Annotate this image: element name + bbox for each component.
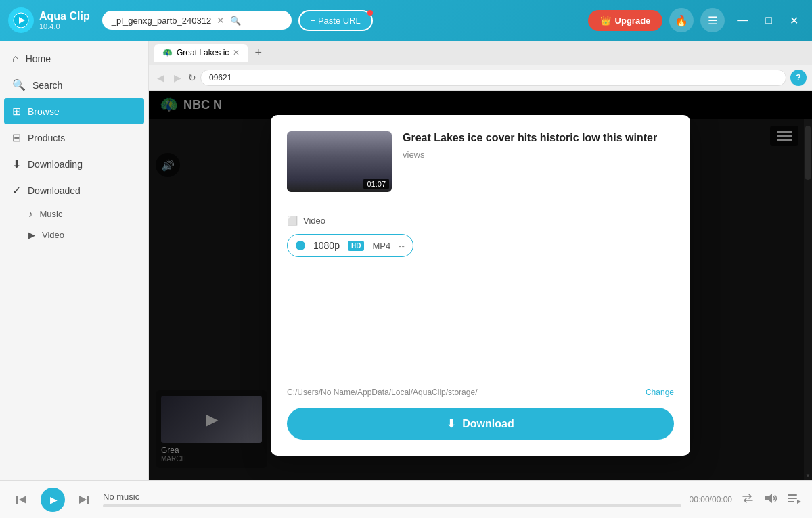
products-icon: ⊟: [12, 131, 21, 144]
svg-rect-9: [788, 501, 794, 502]
change-path-button[interactable]: Change: [646, 387, 674, 397]
svg-rect-7: [788, 494, 797, 496]
sidebar-video-label: Video: [42, 230, 64, 240]
section-label: ⬜ Video: [287, 216, 674, 226]
logo-area: Aqua Clip 10.4.0: [8, 7, 90, 33]
help-button[interactable]: ?: [790, 70, 807, 86]
crown-icon: 👑: [600, 16, 611, 26]
menu-button[interactable]: ☰: [700, 8, 725, 32]
upgrade-label: Upgrade: [615, 16, 651, 26]
sidebar-sub-item-video[interactable]: ▶ Video: [0, 225, 148, 245]
track-name: No music: [103, 492, 681, 502]
sidebar-item-downloading[interactable]: ⬇ Downloading: [0, 151, 148, 177]
app-logo-text: Aqua Clip 10.4.0: [39, 10, 90, 30]
svg-marker-5: [79, 496, 87, 504]
player-progress-bar[interactable]: [103, 504, 681, 507]
section-label-text: Video: [303, 216, 325, 226]
downloaded-icon: ✓: [12, 184, 21, 197]
storage-path-row: C:/Users/No Name/AppData/Local/AquaClip/…: [287, 379, 674, 408]
sidebar-sub-item-music[interactable]: ♪ Music: [0, 204, 148, 225]
app-header: Aqua Clip 10.4.0 _pl_genxg_partb_240312 …: [0, 0, 812, 41]
svg-rect-8: [788, 498, 797, 499]
clear-url-button[interactable]: ✕: [217, 15, 225, 26]
video-icon: ▶: [28, 230, 35, 240]
browse-icon: ⊞: [12, 105, 21, 118]
reload-button[interactable]: ↻: [188, 72, 196, 83]
playlist-button[interactable]: [786, 491, 801, 509]
url-text: _pl_genxg_partb_240312: [112, 16, 211, 26]
video-meta: Great Lakes ice cover hits historic low …: [403, 131, 674, 192]
download-label: Download: [462, 418, 514, 430]
minimize-button[interactable]: —: [731, 11, 753, 29]
modal-overlay[interactable]: 01:07 Great Lakes ice cover hits histori…: [149, 91, 812, 480]
home-icon: ⌂: [12, 53, 19, 65]
maximize-button[interactable]: □: [760, 11, 777, 29]
tab-label: Great Lakes ic: [177, 48, 229, 57]
tab-favicon-peacock: 🦚: [162, 48, 173, 57]
quality-radio: [296, 241, 305, 250]
browser-area: 🦚 Great Lakes ic ✕ + ◀ ▶ ↻ ? 🦚 NBC N: [149, 41, 812, 480]
video-section-icon: ⬜: [287, 216, 298, 226]
next-track-button[interactable]: [73, 489, 95, 511]
app-name: Aqua Clip: [39, 10, 90, 22]
sidebar-item-home[interactable]: ⌂ Home: [0, 46, 148, 72]
search-icon: 🔍: [12, 78, 26, 91]
close-button[interactable]: ✕: [784, 11, 804, 30]
sidebar-browse-label: Browse: [28, 106, 60, 117]
downloading-icon: ⬇: [12, 158, 21, 170]
quality-format: MP4: [372, 241, 390, 251]
paste-url-label: + Paste URL: [311, 16, 361, 26]
player-track-info: No music: [103, 492, 681, 507]
notification-dot: [367, 10, 373, 16]
hamburger-icon: ☰: [708, 14, 717, 27]
quality-selector[interactable]: 1080p HD MP4 --: [287, 234, 413, 257]
address-bar-input[interactable]: [200, 70, 786, 86]
video-views: views: [403, 149, 674, 160]
paste-url-button[interactable]: + Paste URL: [298, 10, 373, 31]
music-icon: ♪: [28, 209, 33, 219]
sidebar-downloading-label: Downloading: [28, 159, 83, 170]
download-icon: ⬇: [447, 417, 455, 430]
quality-size: --: [399, 241, 405, 251]
download-modal: 01:07 Great Lakes ice cover hits histori…: [271, 115, 690, 456]
tab-add-button[interactable]: +: [250, 46, 266, 60]
video-duration: 01:07: [363, 179, 389, 189]
play-button[interactable]: ▶: [41, 488, 65, 512]
quality-label: 1080p: [313, 240, 340, 251]
tab-close-button[interactable]: ✕: [233, 48, 240, 57]
url-bar[interactable]: _pl_genxg_partb_240312 ✕ 🔍: [102, 11, 292, 30]
sidebar-search-label: Search: [32, 80, 62, 91]
sidebar-products-label: Products: [28, 133, 65, 143]
sidebar-item-search[interactable]: 🔍 Search: [0, 72, 148, 98]
sidebar-home-label: Home: [26, 53, 51, 64]
main-area: ⌂ Home 🔍 Search ⊞ Browse ⊟ Products ⬇ Do…: [0, 41, 812, 480]
browser-toolbar: ◀ ▶ ↻ ?: [149, 65, 812, 91]
browser-tab-bar: 🦚 Great Lakes ic ✕ +: [149, 41, 812, 65]
nbc-content-area: 🦚 NBC N 🔊: [149, 91, 812, 480]
svg-marker-3: [19, 496, 26, 504]
fire-icon-button[interactable]: 🔥: [669, 8, 694, 32]
player-time: 00:00/00:00: [690, 495, 732, 504]
app-logo-icon: [8, 7, 34, 33]
prev-icon: [15, 493, 28, 507]
url-search-icon: 🔍: [230, 16, 241, 26]
sidebar: ⌂ Home 🔍 Search ⊞ Browse ⊟ Products ⬇ Do…: [0, 41, 149, 480]
app-version: 10.4.0: [39, 22, 90, 30]
prev-track-button[interactable]: [11, 489, 32, 511]
svg-rect-4: [87, 496, 89, 504]
repeat-button[interactable]: [740, 491, 755, 509]
sidebar-item-products[interactable]: ⊟ Products: [0, 124, 148, 151]
divider: [287, 206, 674, 206]
storage-path: C:/Users/No Name/AppData/Local/AquaClip/…: [287, 387, 640, 397]
upgrade-button[interactable]: 👑 Upgrade: [588, 10, 663, 31]
fire-icon: 🔥: [675, 14, 688, 27]
sidebar-item-browse[interactable]: ⊞ Browse: [4, 98, 144, 124]
hd-badge: HD: [348, 241, 364, 251]
download-button[interactable]: ⬇ Download: [287, 408, 674, 440]
sidebar-item-downloaded[interactable]: ✓ Downloaded: [0, 177, 148, 204]
browser-tab[interactable]: 🦚 Great Lakes ic ✕: [154, 44, 248, 62]
back-button[interactable]: ◀: [154, 70, 167, 86]
bottom-player: ▶ No music 00:00/00:00: [0, 480, 812, 518]
volume-button[interactable]: [763, 491, 778, 509]
forward-button[interactable]: ▶: [171, 70, 184, 86]
